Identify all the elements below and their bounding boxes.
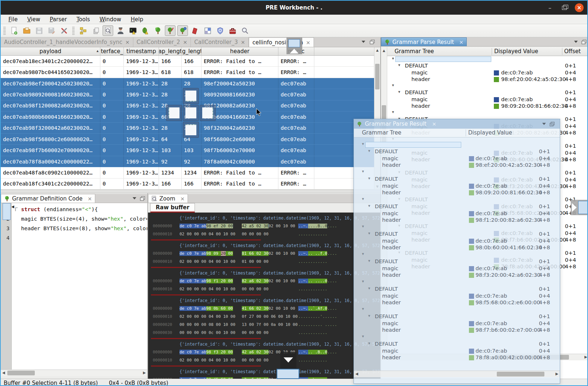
collapse-left-icon[interactable]: ◀ — [11, 205, 14, 209]
code-editor[interactable]: 1234 Γ struct (endianness="<"){ magic BY… — [1, 203, 147, 370]
docked-tree-row[interactable]: magicde:c0:7e:ab0+4 — [388, 96, 588, 103]
column-header-terface[interactable]: terface_ — [100, 47, 124, 55]
floating-tree-row[interactable]: magicde:c0:7e:ab0+4 — [354, 265, 560, 272]
table-row[interactable]: dec07eab98ef200042a50230020…01969-12-3…2… — [1, 78, 374, 89]
menu-file[interactable]: File — [4, 15, 22, 23]
hex-line[interactable]: 00000000de c0 7e ab98 f5 68 00c2 e6 00 0… — [148, 376, 380, 379]
table-row[interactable]: dec07eab98f7b60002e70000020…01969-12-3…1… — [1, 145, 374, 156]
floating-tree-row[interactable]: header98:ef:20:00:42:a5:02:304+8 — [354, 162, 560, 169]
floating-tree-row[interactable]: ▾ — [354, 251, 560, 258]
file-preview-icon[interactable] — [103, 25, 113, 36]
menu-parser[interactable]: Parser — [46, 15, 71, 23]
close-icon[interactable]: × — [183, 39, 188, 45]
scroll-right-icon[interactable]: ▶ — [555, 372, 558, 376]
close-icon[interactable]: × — [241, 39, 245, 45]
dock-as-tab-indicator-icon[interactable] — [286, 37, 302, 54]
column-displayed-value[interactable]: Displayed Value — [468, 129, 512, 136]
floating-tree-row[interactable]: header98:f5:68:00:c2:e6:00:004+8 — [354, 299, 560, 306]
dock-top-indicator-icon[interactable] — [183, 88, 199, 104]
hex-line[interactable]: 00000000de c0 7e ab98 0b 60 0041 66 02 3… — [148, 305, 380, 313]
panel-menu-dropdown-icon[interactable] — [574, 41, 578, 45]
table-row[interactable]: dec07eab9807bc0441650230020…01969-12-3…6… — [1, 67, 374, 78]
tab-callcontroller-3[interactable]: CallController_3× — [191, 37, 249, 47]
scroll-right-icon[interactable]: ▶ — [584, 355, 587, 359]
panel-menu-dropdown-icon[interactable] — [133, 197, 136, 201]
docked-tree-row[interactable]: header98:ef:20:00:42:a5:02:304+8 — [388, 76, 588, 83]
docked-tree-row[interactable]: ▾DEFAULT0+1 — [388, 63, 588, 69]
floating-tree-row[interactable]: ▾ — [354, 279, 560, 286]
scroll-up-icon[interactable]: ▲ — [374, 48, 380, 52]
docked-tree-row[interactable]: magicde:c0:7e:ab0+4 — [388, 70, 588, 76]
scroll-left-icon[interactable]: ◀ — [2, 371, 5, 375]
code-lines[interactable]: Γ struct (endianness="<"){ magic BYTES(s… — [12, 203, 147, 370]
horizontal-splitter[interactable] — [1, 190, 380, 193]
scroll-up-icon[interactable]: ▲ — [381, 49, 387, 52]
floating-tree-row[interactable]: magicde:c0:7e:ab0+4 — [354, 183, 560, 190]
column-offset[interactable]: Offset — [564, 48, 588, 55]
toolbox-icon[interactable] — [227, 25, 238, 36]
user-agent-icon[interactable] — [115, 25, 126, 36]
hex-line[interactable]: 00000000de c0 7e ab98 ef 20 0042 a5 02 3… — [148, 222, 380, 230]
floating-tree-row[interactable]: header98:0b:60:00:41:66:02:304+8 — [354, 245, 560, 251]
float-panel-icon[interactable] — [581, 40, 587, 44]
floating-tree-row[interactable]: ▾DEFAULT0+1 — [354, 313, 560, 320]
floating-tree-row[interactable]: ▾ — [354, 334, 560, 341]
floating-tree-row[interactable]: ▾ — [354, 196, 560, 203]
menu-help[interactable]: Help — [127, 15, 147, 23]
parse-tree-icon[interactable] — [152, 25, 163, 36]
dock-left-indicator-icon[interactable] — [166, 105, 182, 121]
settings-tools-icon[interactable] — [59, 25, 69, 36]
floating-tree-row[interactable]: ▾DEFAULT0+1 — [354, 341, 560, 348]
project-hierarchy-icon[interactable] — [78, 25, 88, 36]
floating-tree-row[interactable]: ▾DEFAULT0+1 — [354, 286, 560, 293]
hex-line[interactable]: 0000001002 00 00 00 04 00 10 0000 00 00 … — [148, 285, 380, 293]
minimize-button[interactable]: – — [546, 4, 554, 11]
tab-grammar-parse-result[interactable]: Grammar Parse Result × — [381, 37, 467, 46]
floating-window-title-bar[interactable]: Grammar Parse Result × — [354, 119, 560, 129]
floating-tree-row[interactable]: ▾DEFAULT0+1 — [354, 148, 560, 155]
tab-audiocontroller-1-handlevocoderinfo-sync[interactable]: AudioController_1_handleVocoderInfo_sync… — [1, 37, 133, 47]
column-grammar-tree[interactable]: Grammar Tree — [362, 129, 402, 136]
dock-bottom-indicator-icon[interactable] — [183, 122, 199, 138]
menu-window[interactable]: Window — [96, 15, 125, 23]
hex-line[interactable]: 0000001002 00 00 00 04 00 10 0001 00 00 … — [148, 258, 380, 266]
dock-right-indicator-icon[interactable] — [200, 105, 216, 121]
float-panel-icon[interactable] — [140, 196, 145, 201]
new-file-icon[interactable] — [9, 25, 19, 36]
floating-tree-row[interactable]: ▾DEFAULT0+1 — [354, 203, 560, 210]
floating-tree-row[interactable]: header78:f8:a0:00:42:c0:00:004+8 — [354, 354, 560, 361]
floating-tree-row[interactable]: magicde:c0:7e:ab0+4 — [354, 238, 560, 245]
tab-grammar-definition-code[interactable]: Grammar Definition Code × — [1, 194, 95, 203]
save-icon[interactable] — [34, 25, 44, 36]
floating-tree-row[interactable]: ▾ — [354, 169, 560, 176]
menu-view[interactable]: View — [23, 15, 44, 23]
table-row[interactable]: dec07eab78f8a00042c00000022…01969-12-3…9… — [1, 156, 374, 167]
floating-tree-row[interactable]: magicde:c0:7e:ab0+4 — [354, 320, 560, 327]
grammar-run-icon[interactable] — [177, 25, 188, 36]
docked-tree-row[interactable]: ▾DEFAULT0+1 — [388, 89, 588, 96]
column-grammar-tree[interactable]: Grammar Tree — [395, 48, 434, 55]
docked-tree-row[interactable]: ▾ — [388, 83, 588, 89]
console-warning-icon[interactable] — [127, 25, 138, 36]
window-list-icon[interactable] — [90, 25, 101, 36]
grammar-edit-icon[interactable] — [165, 25, 175, 36]
floating-tree-row[interactable]: ▾ — [354, 224, 560, 231]
scroll-left-icon[interactable]: ◀ — [355, 372, 358, 376]
floating-tree-row[interactable]: ▾DEFAULT0+1 — [354, 258, 560, 265]
floating-tree-row[interactable]: magicde:c0:7e:ab0+4 — [354, 210, 560, 217]
hex-line[interactable]: 0000002000 00 00 00 08 00 10 0013 00 7f … — [148, 321, 380, 329]
code-scrollbar-thumb[interactable] — [7, 371, 35, 375]
floating-tree-row[interactable]: header98:f1:20:00:82:a6:02:304+8 — [354, 217, 560, 224]
floating-tree-row[interactable]: header98:09:20:00:81:66:02:304+8 — [354, 190, 560, 196]
tab-raw-buffer[interactable]: Raw buffer — [150, 203, 195, 213]
tab-list-dropdown-icon[interactable] — [362, 41, 365, 45]
column-header-aplengt[interactable]: ap_lengt — [159, 47, 182, 55]
floating-horizontal-scrollbar[interactable]: ◀ ▶ — [354, 371, 560, 377]
floating-tree-row[interactable]: ▾ — [354, 306, 560, 313]
close-icon[interactable]: × — [125, 39, 130, 45]
floating-tree-row[interactable]: magicde:c0:7e:ab0+4 — [354, 348, 560, 355]
hex-line[interactable]: 00000000de c0 7e ab98 f3 20 0042 a6 02 3… — [148, 348, 380, 356]
floating-tree-row[interactable]: magicde:c0:7e:ab0+4 — [354, 155, 560, 162]
dock-bottom-edge-indicator-icon[interactable] — [280, 352, 296, 368]
docked-tree-row[interactable]: header98:09:20:00:81:66:02:304+8 — [388, 103, 588, 110]
